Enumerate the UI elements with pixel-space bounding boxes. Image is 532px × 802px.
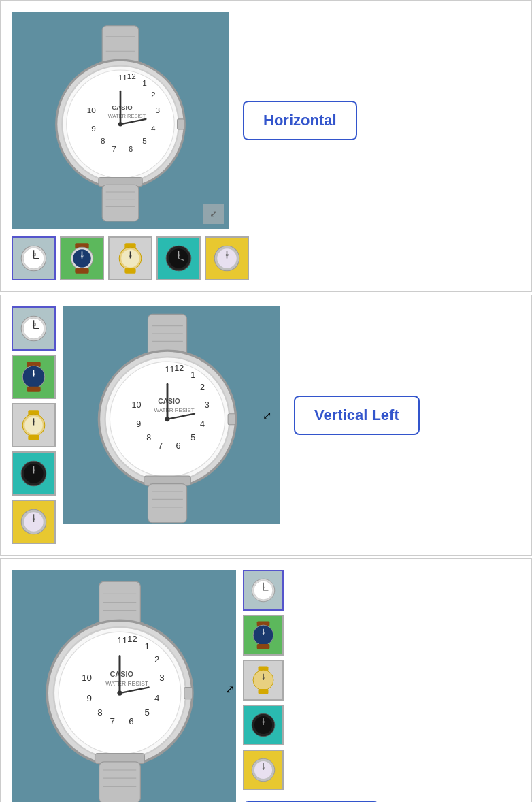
thumb-0-horizontal[interactable]: 12 xyxy=(12,236,56,280)
watch-svg-vr: 11 12 1 2 3 4 5 6 7 8 9 10 CASIO WATER R… xyxy=(14,573,225,802)
svg-text:9: 9 xyxy=(86,693,91,703)
main-watch-image-vl[interactable]: 11 12 1 2 3 4 5 6 7 8 9 10 CASIO WATER R… xyxy=(63,306,280,524)
thumb-1-vl[interactable]: 12 xyxy=(12,355,56,399)
svg-text:CASIO: CASIO xyxy=(112,103,133,111)
svg-text:12: 12 xyxy=(32,323,36,327)
expand-icon-horizontal[interactable]: ⤢ xyxy=(203,204,224,224)
watch-svg-vl: 11 12 1 2 3 4 5 6 7 8 9 10 CASIO WATER R… xyxy=(72,306,263,524)
thumbnails-vertical-right: 12 12 xyxy=(243,570,284,790)
svg-point-25 xyxy=(118,122,122,126)
expand-icon-vr[interactable]: ⤢ xyxy=(225,683,234,696)
svg-text:WATER RESIST: WATER RESIST xyxy=(105,680,148,687)
thumbnails-vertical-left: 12 12 12 xyxy=(12,306,56,544)
svg-text:11: 11 xyxy=(117,635,127,645)
expand-icon-vl[interactable]: ⤢ xyxy=(263,409,271,422)
svg-text:CASIO: CASIO xyxy=(110,670,133,678)
svg-text:2: 2 xyxy=(154,654,159,664)
main-watch-image-horizontal[interactable]: 11 12 1 2 3 4 5 6 7 8 9 10 CASIO WATER R… xyxy=(12,12,229,229)
svg-text:9: 9 xyxy=(136,419,141,429)
thumb-2-horizontal[interactable]: 12 xyxy=(108,236,152,280)
svg-rect-89 xyxy=(228,414,235,425)
svg-rect-109 xyxy=(148,484,186,523)
svg-text:7: 7 xyxy=(112,144,116,153)
thumbnails-horizontal: 12 12 12 xyxy=(12,236,520,280)
thumb-2-vr[interactable]: 12 xyxy=(243,660,284,701)
svg-point-107 xyxy=(165,417,169,421)
svg-text:12: 12 xyxy=(127,634,137,644)
thumb-3-horizontal[interactable]: 12 xyxy=(156,236,201,280)
label-horizontal: Horizontal xyxy=(243,101,357,140)
svg-text:2: 2 xyxy=(200,383,205,392)
svg-text:8: 8 xyxy=(97,707,102,718)
watch-svg-horizontal: 11 12 1 2 3 4 5 6 7 8 9 10 CASIO WATER R… xyxy=(32,18,209,223)
svg-rect-73 xyxy=(28,435,39,440)
svg-rect-153 xyxy=(257,644,270,649)
svg-rect-27 xyxy=(102,185,139,221)
thumb-4-horizontal[interactable]: 12 xyxy=(205,236,249,280)
main-watch-image-vr[interactable]: 11 12 1 2 3 4 5 6 7 8 9 10 CASIO WATER R… xyxy=(12,570,236,802)
svg-text:11: 11 xyxy=(118,73,127,82)
svg-text:3: 3 xyxy=(159,673,164,683)
svg-text:5: 5 xyxy=(144,707,149,718)
vertical-right-sidebar: 12 12 xyxy=(243,570,380,802)
svg-rect-67 xyxy=(27,387,40,392)
svg-text:7: 7 xyxy=(110,716,114,726)
thumb-0-vl[interactable]: 12 xyxy=(12,306,56,351)
svg-text:12: 12 xyxy=(174,364,184,373)
svg-text:WATER RESIST: WATER RESIST xyxy=(154,407,194,413)
thumb-1-vr[interactable]: 12 xyxy=(243,615,284,656)
svg-text:11: 11 xyxy=(165,365,174,374)
section-vertical-left: 12 12 12 xyxy=(0,295,532,556)
section-horizontal: 11 12 1 2 3 4 5 6 7 8 9 10 CASIO WATER R… xyxy=(0,0,532,292)
horizontal-main-row: 11 12 1 2 3 4 5 6 7 8 9 10 CASIO WATER R… xyxy=(12,12,520,229)
svg-text:1: 1 xyxy=(144,641,149,652)
svg-text:10: 10 xyxy=(131,400,141,410)
svg-text:3: 3 xyxy=(155,106,160,114)
section-vertical-right: 11 12 1 2 3 4 5 6 7 8 9 10 CASIO WATER R… xyxy=(0,558,532,802)
svg-rect-120 xyxy=(184,688,192,699)
svg-rect-41 xyxy=(75,268,88,274)
svg-text:3: 3 xyxy=(204,400,209,410)
thumb-2-vl[interactable]: 12 xyxy=(12,403,56,447)
svg-text:6: 6 xyxy=(176,441,180,451)
svg-text:6: 6 xyxy=(129,144,133,153)
svg-text:12: 12 xyxy=(262,586,266,589)
svg-text:2: 2 xyxy=(151,90,156,99)
thumb-1-horizontal[interactable]: 12 xyxy=(60,236,104,280)
svg-text:8: 8 xyxy=(146,433,151,443)
vertical-left-content: 11 12 1 2 3 4 5 6 7 8 9 10 CASIO WATER R… xyxy=(63,306,520,524)
thumb-3-vl[interactable]: 12 xyxy=(12,451,56,496)
svg-rect-140 xyxy=(99,762,140,802)
svg-text:4: 4 xyxy=(154,693,160,703)
svg-text:6: 6 xyxy=(129,716,133,726)
svg-text:10: 10 xyxy=(87,106,97,114)
svg-text:4: 4 xyxy=(151,124,156,133)
svg-rect-7 xyxy=(178,119,185,129)
svg-text:12: 12 xyxy=(127,71,136,80)
svg-rect-158 xyxy=(259,689,269,694)
thumb-0-vr[interactable]: 12 xyxy=(243,570,284,611)
svg-text:12: 12 xyxy=(32,253,36,257)
vertical-right-content: 11 12 1 2 3 4 5 6 7 8 9 10 CASIO WATER R… xyxy=(12,570,520,802)
svg-point-138 xyxy=(117,690,122,695)
svg-text:CASIO: CASIO xyxy=(158,398,180,405)
svg-text:WATER RESIST: WATER RESIST xyxy=(108,113,146,119)
svg-text:7: 7 xyxy=(158,441,163,451)
svg-text:1: 1 xyxy=(190,370,195,380)
label-vertical-left: Vertical Left xyxy=(294,396,420,435)
thumb-4-vl[interactable]: 12 xyxy=(12,500,56,544)
svg-text:4: 4 xyxy=(200,419,205,429)
svg-text:5: 5 xyxy=(190,433,195,443)
svg-text:10: 10 xyxy=(82,673,92,683)
svg-rect-47 xyxy=(124,268,135,274)
thumb-3-vr[interactable]: 12 xyxy=(243,705,284,745)
svg-text:5: 5 xyxy=(142,136,147,145)
thumb-4-vr[interactable]: 12 xyxy=(243,750,284,790)
svg-text:1: 1 xyxy=(142,78,147,87)
svg-text:9: 9 xyxy=(91,124,96,133)
svg-text:8: 8 xyxy=(101,136,105,145)
